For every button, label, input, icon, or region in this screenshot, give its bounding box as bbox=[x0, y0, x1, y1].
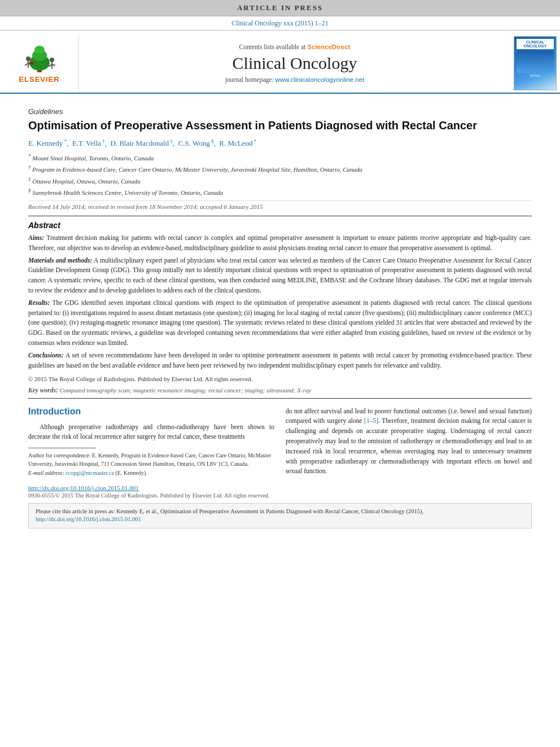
article-title: Optimisation of Preoperative Assessment … bbox=[28, 118, 532, 133]
affiliation-4: § Sunnybrook Health Sciences Centre, Uni… bbox=[28, 187, 532, 197]
article-in-press-banner: ARTICLE IN PRESS bbox=[0, 0, 560, 16]
elsevier-tree-icon bbox=[17, 43, 62, 74]
keywords-label: Key words: bbox=[28, 387, 58, 394]
methods-label: Materials and methods: bbox=[28, 257, 92, 264]
aims-label: Aims: bbox=[28, 234, 44, 241]
reference-link-1-5[interactable]: [1–5] bbox=[364, 417, 378, 424]
intro-left-column: Introduction Although preoperative radio… bbox=[28, 407, 274, 479]
abstract-aims: Aims: Treatment decision making for pati… bbox=[28, 233, 532, 254]
sciencedirect-link[interactable]: ScienceDirect bbox=[307, 43, 350, 50]
abstract-conclusions: Conclusions: A set of seven recommendati… bbox=[28, 351, 532, 371]
intro-left-para: Although preoperative radiotherapy and c… bbox=[28, 422, 274, 443]
section-label: Guidelines bbox=[28, 107, 532, 116]
sciencedirect-line: Contents lists available at ScienceDirec… bbox=[239, 43, 351, 50]
journal-ref-line: Clinical Oncology xxx (2015) 1–21 bbox=[0, 16, 560, 30]
intro-right-column: do not affect survival and lead to poore… bbox=[286, 407, 532, 479]
conclusions-label: Conclusions: bbox=[28, 352, 64, 359]
elsevier-wordmark: ELSEVIER bbox=[19, 75, 59, 84]
journal-ref-text: Clinical Oncology xxx (2015) 1–21 bbox=[231, 19, 328, 27]
footnote-divider bbox=[28, 448, 96, 448]
abstract-body: Aims: Treatment decision making for pati… bbox=[28, 233, 532, 371]
keywords-text: Computed tomography scan; magnetic reson… bbox=[59, 387, 311, 394]
author-vella: E.T. Vella bbox=[72, 139, 101, 147]
results-text: The GDG identified seven important clini… bbox=[28, 299, 532, 346]
keywords-line: Key words: Computed tomography scan; mag… bbox=[28, 387, 532, 399]
issn-line: 0936-6555/© 2015 The Royal College of Ra… bbox=[28, 492, 532, 499]
author-mcleod: R. McLeod bbox=[219, 139, 252, 147]
affiliation-3: ‡ Ottawa Hospital, Ottawa, Ontario, Cana… bbox=[28, 176, 532, 186]
cite-text: Please cite this article in press as: Ke… bbox=[36, 508, 423, 514]
author-wong: C.S. Wong bbox=[178, 139, 210, 147]
footnote-email-line: E-mail address: ccopgi@mcmaster.ca (E. K… bbox=[28, 469, 274, 478]
author-kennedy: E. Kennedy bbox=[28, 139, 63, 147]
journal-cover-image: CLINICALONCOLOGY RCRO bbox=[510, 34, 560, 93]
journal-center: Contents lists available at ScienceDirec… bbox=[79, 34, 510, 93]
journal-header: ELSEVIER Contents lists available at Sci… bbox=[0, 30, 560, 94]
author-macdonald: D. Blair Macdonald bbox=[111, 139, 169, 147]
results-label: Results: bbox=[28, 299, 50, 306]
affiliation-1: * Mount Sinai Hospital, Toronto, Ontario… bbox=[28, 152, 532, 163]
received-line: Received 14 July 2014; received in revis… bbox=[28, 200, 532, 210]
footnote-correspondence: Author for correspondence: E. Kennedy, P… bbox=[28, 452, 274, 468]
elsevier-logo: ELSEVIER bbox=[0, 34, 79, 93]
abstract-divider bbox=[28, 216, 532, 216]
cite-box: Please cite this article in press as: Ke… bbox=[28, 503, 532, 528]
affiliation-2: † Program in Evidence-based Care, Cancer… bbox=[28, 164, 532, 174]
article-content: Guidelines Optimisation of Preoperative … bbox=[0, 94, 560, 399]
svg-point-3 bbox=[34, 46, 45, 54]
page: ARTICLE IN PRESS Clinical Oncology xxx (… bbox=[0, 0, 560, 747]
sciencedirect-prefix: Contents lists available at bbox=[239, 43, 308, 50]
introduction-section: Introduction Although preoperative radio… bbox=[0, 399, 560, 484]
conclusions-text: A set of seven recommendations have been… bbox=[28, 352, 532, 369]
intro-title: Introduction bbox=[28, 407, 274, 417]
cite-doi-link[interactable]: http://dx.doi.org/10.1016/j.clon.2015.01… bbox=[36, 516, 141, 522]
homepage-line: journal homepage: www.clinicaloncologyon… bbox=[225, 76, 365, 83]
banner-text: ARTICLE IN PRESS bbox=[237, 3, 323, 12]
footnote-email-link[interactable]: ccopgi@mcmaster.ca bbox=[65, 470, 114, 476]
authors-line: E. Kennedy *, E.T. Vella †, D. Blair Mac… bbox=[28, 138, 532, 148]
cover-thumbnail: CLINICALONCOLOGY RCRO bbox=[514, 36, 557, 90]
abstract-results: Results: The GDG identified seven import… bbox=[28, 298, 532, 348]
affiliations: * Mount Sinai Hospital, Toronto, Ontario… bbox=[28, 152, 532, 197]
svg-point-4 bbox=[26, 56, 30, 61]
aims-text: Treatment decision making for patients w… bbox=[28, 234, 532, 251]
doi-link[interactable]: http://dx.doi.org/10.1016/j.clon.2015.01… bbox=[28, 484, 532, 491]
homepage-prefix: journal homepage: bbox=[225, 76, 275, 83]
homepage-link[interactable]: www.clinicaloncologyonline.net bbox=[275, 76, 364, 83]
abstract-title: Abstract bbox=[28, 221, 532, 230]
methods-text: A multidisciplinary expert panel of phys… bbox=[28, 257, 532, 294]
svg-point-9 bbox=[50, 58, 54, 62]
svg-rect-8 bbox=[30, 62, 33, 64]
journal-title: Clinical Oncology bbox=[233, 54, 357, 73]
copyright-line: © 2015 The Royal College of Radiologists… bbox=[28, 375, 532, 382]
abstract-methods: Materials and methods: A multidisciplina… bbox=[28, 256, 532, 296]
